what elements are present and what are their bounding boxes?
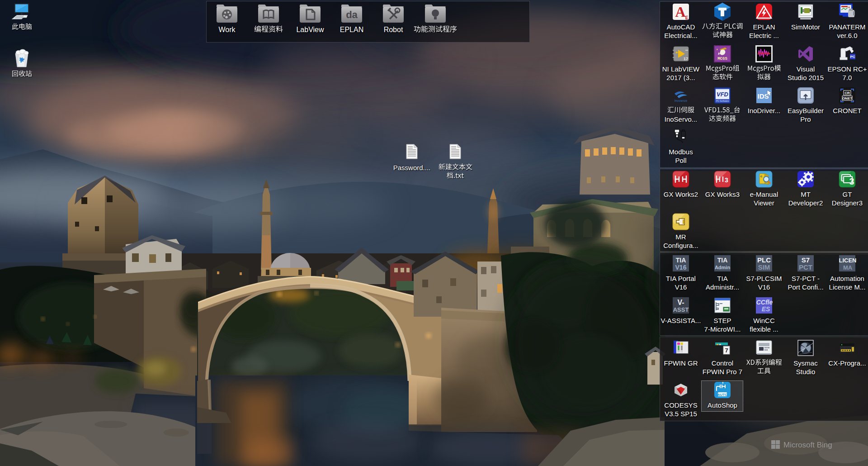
svg-text:PC: PC: [850, 55, 855, 59]
svg-text:S7: S7: [802, 256, 810, 264]
svg-text:MA: MA: [843, 264, 853, 271]
svg-text:Microsoft Bing: Microsoft Bing: [783, 441, 832, 449]
svg-text:TIA: TIA: [676, 257, 686, 264]
svg-text:CCfle: CCfle: [756, 299, 773, 306]
svg-text:3: 3: [849, 176, 854, 186]
svg-text:Admin: Admin: [715, 265, 731, 270]
svg-text:da: da: [346, 9, 358, 20]
svg-text:Inovance: Inovance: [675, 99, 688, 102]
svg-text:ASST: ASST: [673, 306, 689, 313]
svg-text:CR: CR: [844, 91, 850, 95]
svg-text:ES: ES: [762, 305, 770, 313]
svg-text:7: 7: [725, 347, 728, 354]
svg-text:E: E: [685, 15, 689, 20]
svg-text:PCT: PCT: [799, 263, 812, 271]
svg-text:SIM: SIM: [758, 263, 770, 271]
svg-text:A: A: [675, 4, 685, 20]
svg-text:PLC: PLC: [757, 256, 771, 264]
svg-text:TIA: TIA: [717, 257, 728, 264]
svg-text:ONET: ONET: [842, 96, 852, 100]
svg-text:MCGS: MCGS: [717, 57, 727, 61]
svg-text:V16: V16: [675, 264, 687, 271]
svg-text:AUTO: AUTO: [717, 393, 728, 397]
svg-text:3: 3: [725, 176, 728, 184]
svg-text:V-: V-: [677, 299, 684, 306]
svg-text:PC Software: PC Software: [716, 100, 729, 102]
svg-text:17: 17: [684, 57, 688, 61]
svg-text:LICEN: LICEN: [839, 257, 857, 264]
svg-text:VFD: VFD: [717, 91, 729, 98]
svg-text:e: e: [760, 174, 763, 178]
